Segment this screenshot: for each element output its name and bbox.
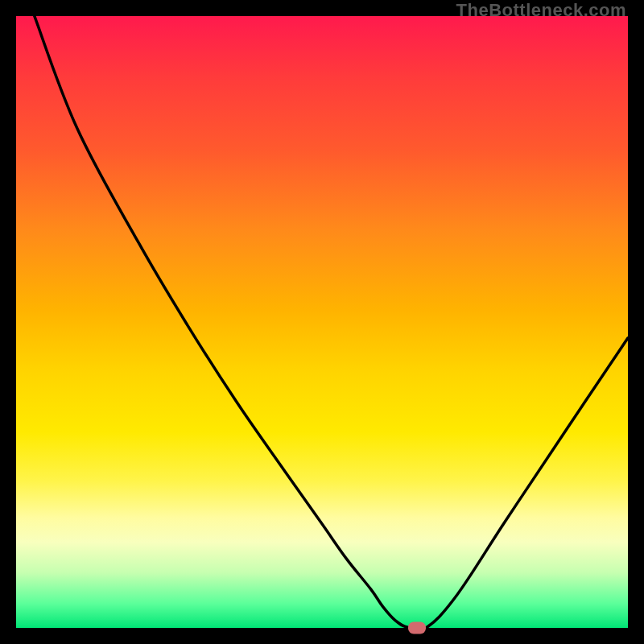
attribution-label: TheBottleneck.com <box>456 0 626 21</box>
bottleneck-curve <box>16 16 628 628</box>
bottleneck-marker <box>408 622 426 634</box>
chart-container: TheBottleneck.com <box>0 0 644 644</box>
plot-area <box>16 16 628 628</box>
